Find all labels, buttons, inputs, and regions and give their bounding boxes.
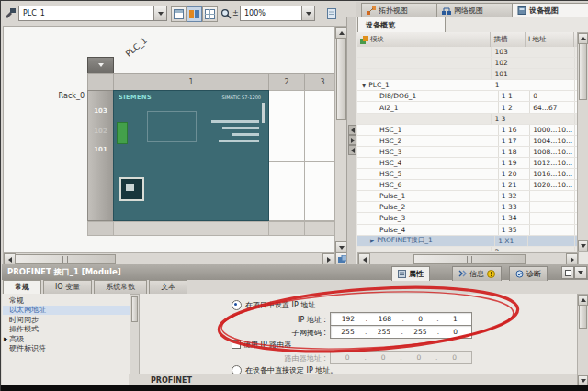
device-overview-row[interactable]: AI2_11 264...67 [357, 102, 577, 113]
properties-tab[interactable]: 系统常数 [94, 280, 147, 294]
subnet-mask-field[interactable]: 255.255.255.0 [330, 325, 472, 339]
radio-set-ip-in-project[interactable] [232, 300, 242, 310]
cpu-family-label: SIMATIC S7-1200 [222, 95, 262, 100]
properties-nav-item[interactable]: 硬件标识符 [3, 344, 130, 354]
scroll-thumb[interactable] [579, 43, 587, 100]
device-overview-row[interactable]: HSC_41 191012...10... [357, 158, 577, 169]
chevron-down-icon[interactable] [153, 6, 166, 20]
cpu-label-line [219, 140, 259, 142]
device-overview-row[interactable]: Pulse_11 3210... [357, 191, 577, 202]
properties-nav-item[interactable]: 以太网地址 [3, 306, 130, 316]
tab-network-view[interactable]: 网络视图 [436, 3, 515, 17]
expand-expander-icon[interactable]: ▶ [370, 238, 374, 243]
device-overview-row[interactable]: 101 [357, 69, 577, 80]
scroll-thumb[interactable] [15, 254, 116, 264]
octet-value[interactable]: 168 [379, 315, 391, 323]
octet-value[interactable]: 1 [449, 315, 460, 323]
expand-icon[interactable]: ▶ [4, 336, 7, 341]
properties-tab[interactable]: IO 变量 [43, 280, 92, 294]
empty-slot-cell[interactable] [304, 161, 336, 221]
cpu-module[interactable]: SIEMENS SIMATIC S7-1200 [113, 90, 269, 221]
slot-cell: 2 [492, 247, 526, 251]
properties-tab[interactable]: 常规 [3, 280, 41, 294]
use-ip-router-checkbox[interactable] [232, 340, 241, 349]
scroll-thumb[interactable] [413, 254, 526, 264]
split-view-button[interactable] [171, 6, 187, 22]
properties-nav-item[interactable]: ▶高级 [3, 334, 130, 344]
device-overview-row[interactable]: HSC_61 211020...10... [357, 180, 577, 191]
tab-device-view[interactable]: 设备视图 [512, 3, 588, 17]
zoom-plus-minus-icon[interactable]: ± [232, 9, 239, 17]
bottom-slot-cell[interactable] [268, 221, 305, 236]
panel-restore-button[interactable] [561, 266, 574, 279]
slot-cell: 1 35 [499, 225, 530, 235]
bottom-slot-cell[interactable] [304, 221, 336, 236]
tab-topology-view[interactable]: 拓扑视图 [361, 3, 440, 17]
device-overview-row[interactable]: Pulse_31 3410... [357, 213, 577, 224]
device-overview-row[interactable]: DI8/DO6_11 100 [357, 91, 577, 102]
profinet-port[interactable] [119, 177, 144, 201]
grid-view-button[interactable] [202, 6, 218, 22]
octet-value[interactable]: 255 [413, 328, 426, 336]
slot-cell: 1 1 [499, 91, 530, 101]
zoom-magnifier-icon[interactable] [220, 8, 232, 20]
empty-slot-cell[interactable] [304, 90, 336, 162]
column-header-slot[interactable]: 插槽 [491, 32, 525, 47]
octet-value[interactable]: 255 [341, 328, 354, 336]
slot-cell: 103 [492, 47, 526, 57]
data-view-button[interactable] [187, 6, 202, 22]
octet-value[interactable]: 0 [449, 353, 460, 362]
column-header-i-address[interactable]: I 地址 [526, 32, 574, 47]
octet-value[interactable]: 0 [378, 353, 389, 362]
octet-value[interactable]: 0 [415, 315, 426, 323]
i-address-cell [526, 47, 575, 57]
device-view-canvas[interactable]: PLC_1 1 2 3 Rack_0 103 102 101 SIEMENS S… [3, 26, 336, 254]
tab-properties[interactable]: 属性 [391, 266, 430, 281]
device-overview-row[interactable]: ▼PLC_11 [357, 80, 577, 91]
octet-value[interactable]: 0 [450, 328, 461, 336]
scroll-thumb[interactable] [131, 296, 138, 322]
zoom-selector[interactable]: 100% [240, 6, 315, 21]
scroll-down-button[interactable] [578, 240, 588, 251]
tab-diagnostics[interactable]: 诊断 [509, 266, 548, 281]
properties-nav-item[interactable]: 操作模式 [3, 325, 130, 335]
collapse-expander-icon[interactable]: ▼ [362, 83, 366, 88]
overview-vertical-scrollbar[interactable] [577, 32, 588, 252]
bottom-slot-cell[interactable] [113, 221, 269, 236]
device-overview-tab[interactable]: 设备概览 [357, 17, 446, 33]
device-overview-row[interactable]: 102 [357, 58, 577, 69]
column-header-module[interactable]: 模块 [357, 32, 491, 47]
properties-nav-item[interactable]: 时间同步 [3, 315, 130, 325]
device-overview-row[interactable]: 1 3 [357, 114, 577, 125]
device-overview-row[interactable]: ▶PROFINET接口_11 X1 [357, 236, 577, 247]
panel-collapse-button[interactable] [574, 266, 587, 279]
nav-scrollbar[interactable] [130, 294, 140, 385]
device-overview-row[interactable]: Pulse_21 3310... [357, 202, 577, 213]
scroll-down-button[interactable] [578, 375, 588, 385]
empty-slot-cell[interactable] [268, 90, 305, 162]
octet-value[interactable]: 192 [342, 315, 355, 323]
empty-slot-cell[interactable] [268, 161, 305, 221]
properties-scrollbar[interactable] [577, 294, 588, 385]
device-overview-row[interactable]: HSC_11 161000...10... [357, 125, 577, 136]
rack-collapse-button[interactable] [87, 57, 114, 73]
device-overview-row[interactable]: HSC_31 181008...10... [357, 147, 577, 158]
device-selector[interactable]: PLC_1 [18, 6, 167, 21]
properties-nav-item[interactable]: 常规 [3, 296, 130, 306]
device-overview-row[interactable]: 2 [357, 247, 577, 251]
octet-value[interactable]: 0 [342, 353, 353, 362]
octet-value[interactable]: 0 [413, 353, 424, 362]
device-overview-row[interactable]: Pulse_41 3510... [357, 225, 577, 236]
slot-text: 1 2 [502, 104, 513, 112]
properties-tab[interactable]: 文本 [149, 280, 187, 294]
ip-address-field[interactable]: 192.168.0.1 [330, 312, 472, 326]
page-preview-icon[interactable] [326, 7, 338, 20]
scroll-thumb[interactable] [336, 38, 346, 120]
chevron-down-icon[interactable] [301, 6, 314, 20]
device-overview-row[interactable]: HSC_51 201016...10... [357, 169, 577, 180]
device-overview-row[interactable]: HSC_21 171004...10... [357, 136, 577, 147]
scroll-thumb[interactable] [579, 305, 587, 329]
octet-value[interactable]: 255 [378, 328, 390, 336]
tab-info[interactable]: 信息 [452, 266, 502, 281]
device-overview-row[interactable]: 103 [357, 47, 577, 58]
